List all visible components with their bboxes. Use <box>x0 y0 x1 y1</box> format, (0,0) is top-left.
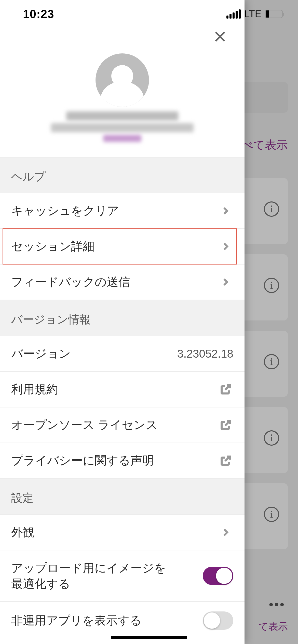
chevron-right-icon <box>218 528 233 537</box>
status-bar: 10:23 LTE <box>0 0 298 28</box>
row-label: 非運用アプリを表示する <box>11 613 142 628</box>
row-optimize-images[interactable]: アップロード用にイメージを最適化する <box>0 550 245 602</box>
cellular-signal-icon <box>226 9 241 19</box>
avatar[interactable] <box>96 53 149 107</box>
row-oss-license[interactable]: オープンソース ライセンス <box>0 407 245 443</box>
row-session-details[interactable]: セッション詳細 <box>0 229 245 265</box>
version-value: 3.23052.18 <box>177 347 233 360</box>
profile-block <box>0 46 245 157</box>
row-label: オープンソース ライセンス <box>11 417 158 433</box>
settings-drawer: ヘルプ キャッシュをクリア セッション詳細 フィードバックの送信 バージョン情報… <box>0 0 245 644</box>
row-label: セッション詳細 <box>11 239 94 254</box>
row-version: バージョン 3.23052.18 <box>0 336 245 372</box>
network-label: LTE <box>244 9 261 20</box>
row-terms[interactable]: 利用規約 <box>0 372 245 407</box>
home-indicator[interactable] <box>111 636 187 639</box>
profile-email-redacted <box>51 123 194 132</box>
toggle-show-nonprod[interactable] <box>203 611 233 630</box>
row-label: キャッシュをクリア <box>11 203 119 219</box>
section-header-settings: 設定 <box>0 479 245 514</box>
external-link-icon <box>218 455 233 467</box>
close-button[interactable] <box>211 27 229 46</box>
chevron-right-icon <box>218 242 233 251</box>
row-label: 外観 <box>11 524 35 540</box>
external-link-icon <box>218 419 233 431</box>
row-label: プライバシーに関する声明 <box>11 453 154 469</box>
row-privacy[interactable]: プライバシーに関する声明 <box>0 443 245 479</box>
row-clear-cache[interactable]: キャッシュをクリア <box>0 193 245 229</box>
row-label: 利用規約 <box>11 382 58 397</box>
row-label: フィードバックの送信 <box>11 274 130 290</box>
profile-link-redacted <box>103 135 141 142</box>
section-header-version: バージョン情報 <box>0 300 245 336</box>
section-header-help: ヘルプ <box>0 157 245 193</box>
profile-name-redacted <box>66 111 178 121</box>
close-icon <box>213 30 227 43</box>
toggle-optimize-images[interactable] <box>203 567 233 585</box>
row-send-feedback[interactable]: フィードバックの送信 <box>0 265 245 300</box>
battery-icon <box>265 10 283 18</box>
row-label: バージョン <box>11 346 71 362</box>
row-appearance[interactable]: 外観 <box>0 514 245 550</box>
chevron-right-icon <box>218 277 233 287</box>
external-link-icon <box>218 383 233 396</box>
row-show-nonprod[interactable]: 非運用アプリを表示する <box>0 602 245 639</box>
chevron-right-icon <box>218 206 233 215</box>
status-time: 10:23 <box>23 7 54 21</box>
row-label: アップロード用にイメージを最適化する <box>11 560 174 592</box>
